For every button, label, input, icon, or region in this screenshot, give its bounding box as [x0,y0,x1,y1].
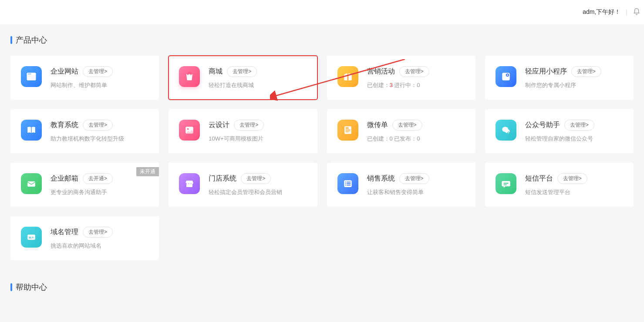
card-desc: 更专业的商务沟通助手 [51,188,148,196]
greeting-text: adm,下午好！ [583,8,620,16]
card-title: 域名管理 [51,228,78,237]
card-desc: 10W+可商用模板图片 [209,135,307,143]
svg-rect-25 [186,184,192,187]
card-desc: 网站制作、维护都简单 [51,81,148,89]
manage-button[interactable]: 去管理> [234,120,264,131]
svg-rect-8 [347,74,348,80]
book-icon [21,120,42,141]
products-grid: 企业网站 去管理> 网站制作、维护都简单 商城 去管理> 轻松打造在线商城 [10,56,634,260]
card-title: 公众号助手 [525,121,560,130]
card-sms-platform[interactable]: 短信平台 去管理> 短信发送管理平台 [485,163,634,207]
activate-button[interactable]: 去开通> [83,173,113,184]
card-title: 销售系统 [367,174,395,183]
badge-not-activated: 未开通 [136,167,159,176]
manage-button[interactable]: 去管理> [399,173,429,184]
manage-button[interactable]: 去管理> [557,173,587,184]
card-wechat-assistant[interactable]: 公众号助手 去管理> 轻松管理自家的微信公众号 [485,109,634,153]
card-mall[interactable]: 商城 去管理> 轻松打造在线商城 [169,56,317,100]
svg-rect-18 [345,132,348,132]
manage-button[interactable]: 去管理> [392,120,422,131]
card-title: 商城 [209,67,223,76]
storefront-icon [179,173,200,194]
card-enterprise-mail[interactable]: 未开通 企业邮箱 去开通> 更专业的商务沟通助手 [10,163,159,207]
svg-point-13 [187,128,189,130]
card-title: 企业邮箱 [51,174,78,183]
card-cloud-design[interactable]: 云设计 去管理> 10W+可商用模板图片 [169,109,317,153]
card-desc: 轻松管理自家的微信公众号 [525,135,623,143]
card-desc: 已创建：0 已发布：0 [367,135,465,143]
miniapp-icon [496,66,516,87]
image-icon [179,120,200,141]
card-title: 教育系统 [51,121,78,130]
svg-rect-9 [502,73,510,80]
browser-window-icon [21,66,42,87]
manage-button[interactable]: 去管理> [564,120,594,131]
card-desc: 轻松打造在线商城 [209,81,307,89]
svg-rect-15 [345,127,348,129]
card-desc: 短信发送管理平台 [525,188,623,196]
svg-rect-33 [504,183,509,184]
gift-icon [337,66,358,87]
card-domain[interactable]: w.= 域名管理 去管理> 挑选喜欢的网站域名 [10,216,159,260]
list-icon [337,173,358,194]
svg-rect-32 [347,185,351,186]
svg-text:w.=: w.= [28,236,34,239]
chat-bubble-icon [496,173,516,194]
card-title: 云设计 [209,121,229,130]
svg-point-3 [28,74,29,74]
svg-rect-24 [27,181,35,187]
card-store-system[interactable]: 门店系统 去管理> 轻松搞定会员管理和会员营销 [169,163,317,207]
manage-button[interactable]: 去管理> [399,66,429,77]
manage-button[interactable]: 去管理> [83,120,113,131]
card-desc: 轻松搞定会员管理和会员营销 [209,188,307,196]
card-title: 轻应用小程序 [525,67,567,76]
svg-rect-27 [345,182,346,183]
svg-rect-16 [345,129,350,130]
section-title-text: 产品中心 [16,35,47,45]
svg-rect-30 [347,183,351,184]
wechat-icon [496,120,516,141]
svg-rect-31 [345,185,346,186]
card-title: 营销活动 [367,67,395,76]
svg-point-5 [30,74,31,74]
card-desc: 让获客和销售变得简单 [367,188,465,196]
main-content: 产品中心 企业网站 去管理> 网站制作、维护都简单 商城 [0,24,644,313]
svg-rect-28 [347,182,351,183]
manage-button[interactable]: 去管理> [83,66,113,77]
card-title: 门店系统 [209,174,236,183]
manage-button[interactable]: 去管理> [571,66,601,77]
section-title-text: 帮助中心 [16,282,47,292]
svg-rect-34 [504,184,507,185]
card-desc: 已创建：3 进行中：0 [367,81,465,89]
card-marketing[interactable]: 营销活动 去管理> 已创建：3 进行中：0 [327,56,475,100]
shopping-bag-icon [179,66,200,87]
svg-rect-17 [345,131,350,131]
notification-bell-icon[interactable] [633,8,641,17]
card-education[interactable]: 教育系统 去管理> 助力教培机构数字化转型升级 [10,109,159,153]
envelope-icon [21,173,42,194]
flyer-icon [337,120,358,141]
card-enterprise-website[interactable]: 企业网站 去管理> 网站制作、维护都简单 [10,56,159,100]
card-desc: 助力教培机构数字化转型升级 [51,135,148,143]
card-flyer[interactable]: 微传单 去管理> 已创建：0 已发布：0 [327,109,475,153]
svg-rect-29 [345,183,346,184]
domain-icon: w.= [21,227,42,248]
svg-point-4 [29,74,30,74]
svg-rect-23 [508,132,509,133]
divider: | [626,9,627,16]
card-title: 短信平台 [525,174,553,183]
card-title: 企业网站 [51,67,78,76]
card-sales-system[interactable]: 销售系统 去管理> 让获客和销售变得简单 [327,163,475,207]
card-desc: 制作您的专属小程序 [525,81,623,89]
top-bar: adm,下午好！ | [0,0,644,24]
card-title: 微传单 [367,121,388,130]
card-miniapp[interactable]: 轻应用小程序 去管理> 制作您的专属小程序 [485,56,634,100]
card-desc: 挑选喜欢的网站域名 [51,242,148,250]
manage-button[interactable]: 去管理> [227,66,257,77]
manage-button[interactable]: 去管理> [241,173,271,184]
manage-button[interactable]: 去管理> [83,227,113,238]
section-title-products: 产品中心 [10,35,634,45]
section-title-help: 帮助中心 [10,282,634,292]
